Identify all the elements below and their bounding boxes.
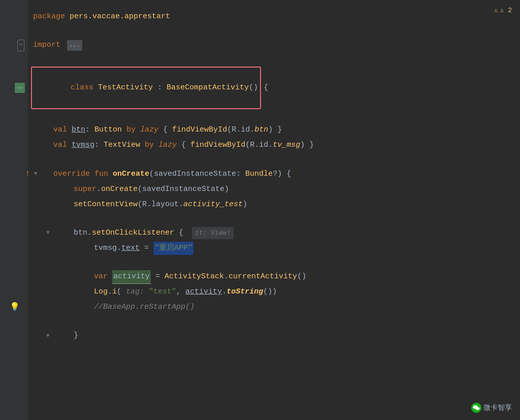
line-val-tvmsg: val tvmsg: TextView by lazy { findViewBy… <box>33 138 510 153</box>
fn-super-oncreate: onCreate <box>101 183 138 196</box>
class-marker-icon: </> <box>15 83 25 93</box>
svg-point-1 <box>476 407 480 410</box>
fold-arrow-close[interactable]: ▼ <box>46 331 50 341</box>
colon2: : <box>94 139 104 152</box>
colon-param: : <box>236 168 245 181</box>
line-tvmsg-text: tvmsg.text = "重启APP" <box>33 241 510 256</box>
line-closing-brace: ▼ } <box>33 329 510 344</box>
fold-icon-import[interactable]: + <box>17 40 24 51</box>
id-tvmsg: tv_msg <box>273 139 300 152</box>
watermark-text: 微卡智享 <box>483 403 512 412</box>
gutter-override: ↑ <box>25 166 30 182</box>
gutter-bulb: 💡 <box>10 300 20 314</box>
dot-super: . <box>96 183 101 196</box>
paren3: (R.id. <box>245 139 273 152</box>
str-test: "test" <box>149 285 176 299</box>
fn-setonclick: setOnClickListener <box>92 227 174 240</box>
type-button: Button <box>94 123 122 137</box>
var-tvmsg-ref: tvmsg <box>94 242 117 255</box>
line-super-oncreate: super.onCreate(savedInstanceState) <box>33 182 510 197</box>
kw-var: var <box>94 270 112 283</box>
line-import: + import ... <box>33 38 510 53</box>
gutter <box>0 0 28 420</box>
import-collapsed[interactable]: ... <box>67 40 82 51</box>
bulb-icon: 💡 <box>10 300 20 314</box>
hint-it-view: it: View! <box>192 227 234 240</box>
kw-val1: val <box>53 123 72 137</box>
class-name: TestActivity <box>98 83 153 92</box>
fn-log-i: i <box>112 285 117 299</box>
paren2: ) } <box>268 123 282 137</box>
line-log-i: Log.i( tag: "test", activity.toString()) <box>33 284 510 300</box>
kw-super: super <box>74 183 96 196</box>
comma-log: , <box>176 285 185 299</box>
line-comment-restart: 💡 //BaseApp.reStartApp() <box>33 300 510 315</box>
gutter-fold-override: ▼ <box>34 169 38 179</box>
parens: () <box>249 83 258 92</box>
gutter-fold-listener: ▼ <box>46 228 50 238</box>
gutter-import-fold: + <box>9 38 33 53</box>
kw-class: class <box>71 83 98 92</box>
gutter-package <box>9 9 33 24</box>
lazy2: lazy <box>158 139 177 152</box>
hint-tag: tag: <box>126 285 149 299</box>
dot-tostring: . <box>222 285 226 299</box>
line-blank4 <box>33 153 510 167</box>
fn-findviewbyid1: findViewById <box>172 123 227 137</box>
dot-activitystack: . <box>224 270 229 283</box>
paren4: ) } <box>300 139 314 152</box>
fn-findviewbyid2: findViewById <box>190 139 245 152</box>
kw-val2: val <box>53 139 72 152</box>
var-activity-decl: activity <box>112 270 151 284</box>
dot-onclick: . <box>87 227 92 240</box>
var-activity-ref: activity <box>185 285 222 299</box>
line-class-decl: </> class TestActivity : BaseCompatActiv… <box>33 67 510 110</box>
line-val-btn: val btn: Button by lazy { findViewById(R… <box>33 123 510 138</box>
fold-arrow-listener[interactable]: ▼ <box>46 228 50 238</box>
line-blank7 <box>33 315 510 328</box>
gutter-fold-close: ▼ <box>46 331 50 341</box>
kw-import: import <box>33 39 65 52</box>
brace-open: { <box>259 81 268 94</box>
layout-name: activity_test <box>183 198 243 211</box>
params-oncreate: ( <box>149 168 154 181</box>
kw-fun: fun <box>94 168 113 181</box>
str-restart: "重启APP" <box>153 242 193 255</box>
paren-log1: ( <box>117 285 126 299</box>
paren-close-setcontent: ) <box>243 198 247 211</box>
prop-text: text <box>121 242 140 255</box>
type-bundle: Bundle <box>245 168 273 181</box>
line-package: package pers.vaccae.apprestart <box>33 9 510 24</box>
line-blank5 <box>33 212 510 225</box>
dot-text: . <box>117 242 121 255</box>
class-log: Log <box>94 285 108 299</box>
wechat-icon <box>471 403 481 413</box>
parens-tostring: ()) <box>263 285 277 299</box>
paren1: (R.id. <box>227 123 254 137</box>
brace3: { <box>177 139 190 152</box>
by1: by <box>122 123 140 137</box>
line-blank2 <box>33 53 510 66</box>
dot-log: . <box>108 285 112 299</box>
code-editor: ⚠ ⚠ 2 package pers.vaccae.apprestart + i… <box>0 0 520 420</box>
id-btn: btn <box>254 123 268 137</box>
nullable: ?) { <box>273 168 291 181</box>
by2: by <box>140 139 158 152</box>
lazy1: lazy <box>140 123 158 137</box>
assign-text: = <box>140 242 153 255</box>
code-content: package pers.vaccae.apprestart + import … <box>28 0 520 349</box>
line-override-oncreate: ↑ ▼ override fun onCreate(savedInstanceS… <box>33 167 510 182</box>
line-setcontentview: setContentView(R.layout.activity_test) <box>33 197 510 212</box>
separator: : <box>153 83 167 92</box>
class-declaration-box: class TestActivity : BaseCompatActivity(… <box>31 67 261 110</box>
fold-arrow-override[interactable]: ▼ <box>34 169 38 179</box>
brace2: { <box>158 123 172 137</box>
class-activitystack: ActivityStack <box>165 270 224 283</box>
override-arrow-icon: ↑ <box>25 166 30 182</box>
gutter-class-icon: </> <box>8 67 32 110</box>
brace-close: } <box>74 329 78 342</box>
wechat-svg <box>473 404 480 411</box>
param-saved: savedInstanceState <box>154 168 236 181</box>
line-var-activity: var activity = ActivityStack.currentActi… <box>33 269 510 284</box>
line-blank6 <box>33 256 510 269</box>
